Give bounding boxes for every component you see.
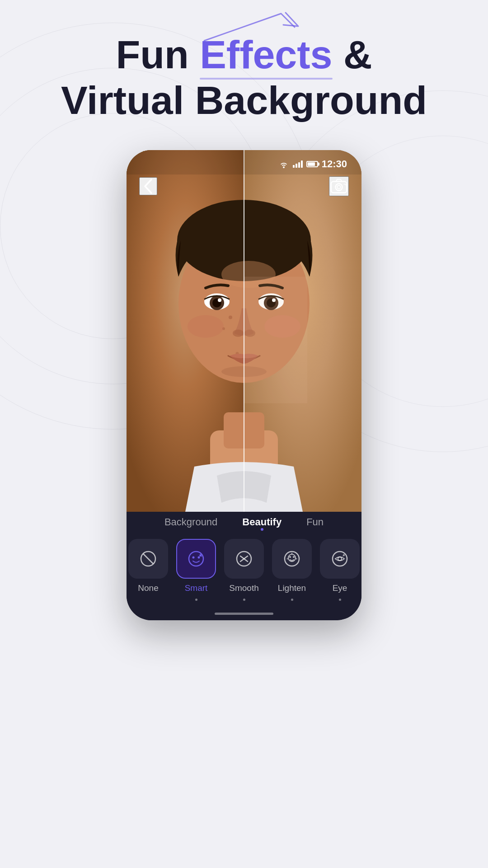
status-time: 12:30 [322,158,347,170]
tool-none[interactable]: None [128,539,168,601]
tool-eye-icon-wrap [320,539,360,579]
title-line2: Virtual Background [61,77,427,123]
smooth-icon [235,550,253,568]
svg-line-30 [144,554,153,563]
svg-point-38 [293,556,295,558]
tool-eye-dot [339,599,341,601]
eye-icon [331,550,349,568]
svg-point-28 [337,185,341,189]
status-bar: 12:30 [127,150,361,175]
title-suffix: & [343,32,372,77]
tool-lighten[interactable]: Lighten [272,539,312,601]
svg-point-43 [338,557,342,561]
tool-smart-label: Smart [185,583,208,593]
header-title: Fun Effects & Virtual Background [61,32,427,123]
svg-point-31 [189,552,203,566]
back-icon [143,178,153,195]
tool-lighten-label: Lighten [278,583,306,593]
svg-point-17 [233,330,244,337]
wifi-icon [278,160,289,168]
svg-rect-25 [244,277,307,403]
split-line [244,150,244,512]
phone-nav-bar [127,176,361,196]
svg-point-41 [287,558,288,560]
tool-lighten-icon-wrap [272,539,312,579]
tool-smooth[interactable]: Smooth [224,539,264,601]
none-icon [139,550,157,568]
camera-switch-button[interactable] [329,176,349,196]
svg-point-27 [335,184,342,191]
title-effects: Effects [200,32,332,77]
tools-row: None [128,539,360,601]
svg-point-19 [229,316,232,319]
tool-eye-label: Eye [333,583,347,593]
camera-icon [330,178,348,195]
back-button[interactable] [139,177,157,195]
tool-eye[interactable]: Eye [320,539,360,601]
tool-smooth-dot [243,599,245,601]
bottom-panel: Background Beautify Fun Non [127,512,361,620]
svg-point-39 [291,553,293,554]
home-indicator [215,613,273,615]
tool-none-icon-wrap [128,539,168,579]
signal-icon [293,160,303,168]
svg-point-32 [192,557,195,559]
camera-area [127,150,361,512]
tool-smooth-label: Smooth [229,583,258,593]
page-content: Fun Effects & Virtual Background [0,0,488,620]
tool-smart-dot [195,599,197,601]
tool-smart[interactable]: Smart [176,539,216,601]
status-icons: 12:30 [278,158,347,170]
phone-mockup: 12:30 [127,150,361,620]
tab-bar: Background Beautify Fun [164,516,324,531]
svg-point-40 [296,558,297,560]
tool-none-label: None [138,583,158,593]
tool-smart-icon-wrap [176,539,216,579]
battery-icon [306,161,318,167]
tab-fun[interactable]: Fun [306,516,324,531]
title-line1: Fun Effects & [61,32,427,77]
svg-point-12 [218,298,221,302]
title-prefix: Fun [116,32,200,77]
phone-inner: 12:30 [127,150,361,620]
tab-beautify[interactable]: Beautify [242,516,282,531]
tool-lighten-dot [291,599,293,601]
svg-point-37 [289,556,291,558]
smart-icon [187,550,205,568]
tool-smooth-icon-wrap [224,539,264,579]
svg-point-23 [188,315,224,338]
tab-background[interactable]: Background [164,516,217,531]
lighten-icon [283,550,301,568]
